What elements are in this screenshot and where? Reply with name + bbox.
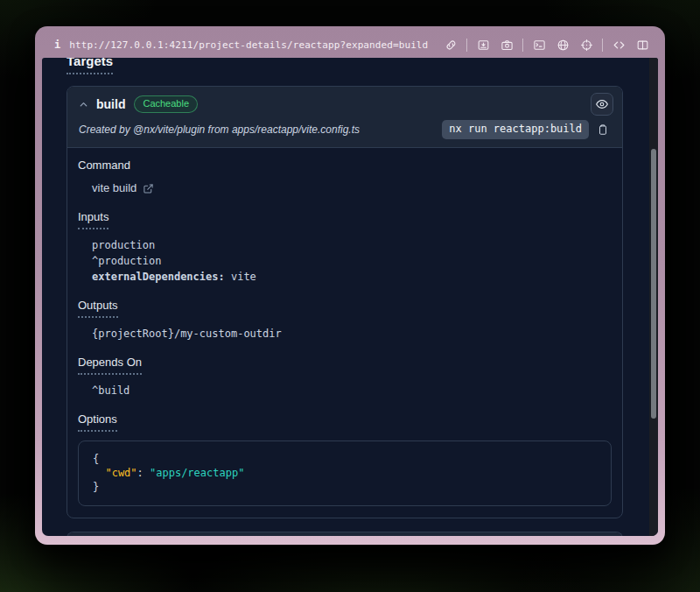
browser-toolbar: i http://127.0.0.1:4211/project-details/…: [42, 32, 658, 58]
code-line: {: [93, 452, 597, 466]
options-code-block: { "cwd": "apps/reactapp" }: [78, 440, 612, 506]
depends-on-item: ^build: [92, 383, 612, 398]
camera-icon[interactable]: [500, 38, 514, 52]
inputs-section-label: Inputs: [78, 210, 108, 229]
external-link-icon[interactable]: [143, 182, 155, 194]
build-header-row[interactable]: build Cacheable: [76, 93, 613, 116]
run-command-chip: nx run reactapp:build: [442, 120, 589, 139]
build-card-body: Command vite build Inputs production ^pr…: [67, 148, 622, 518]
target-card-build: build Cacheable Created by @nx/vite/plug…: [66, 86, 623, 518]
input-item: production: [92, 237, 612, 253]
globe-icon[interactable]: [556, 38, 570, 52]
address-bar[interactable]: http://127.0.0.1:4211/project-details/re…: [69, 39, 428, 51]
link-icon[interactable]: [444, 38, 458, 52]
target-name-build: build: [96, 97, 125, 111]
command-value: vite build: [92, 180, 136, 196]
output-item: {projectRoot}/my-custom-outdir: [92, 326, 612, 342]
targets-heading: Targets: [66, 58, 113, 74]
options-section-label: Options: [78, 412, 117, 432]
json-key: "cwd": [105, 467, 136, 479]
save-box-icon[interactable]: [476, 38, 490, 52]
code-icon[interactable]: [612, 38, 626, 52]
split-view-icon[interactable]: [635, 38, 649, 52]
input-item-external-deps: externalDependencies: vite: [92, 269, 612, 285]
toolbar-divider: [522, 39, 523, 52]
external-deps-value: vite: [225, 271, 256, 283]
target-card-serve: serve vite serve: [66, 532, 623, 536]
toolbar-divider: [466, 39, 467, 52]
info-icon: i: [54, 39, 60, 51]
copy-icon[interactable]: [597, 123, 610, 137]
scrollbar-track[interactable]: [649, 58, 658, 536]
command-value-row: vite build: [92, 180, 612, 196]
terminal-icon[interactable]: [532, 38, 546, 52]
command-section-label: Command: [78, 159, 130, 173]
chevron-up-icon[interactable]: [78, 99, 89, 110]
depends-on-section-label: Depends On: [78, 356, 142, 375]
code-line: "cwd": "apps/reactapp": [93, 466, 597, 480]
build-card-header: build Cacheable Created by @nx/vite/plug…: [67, 87, 622, 148]
json-value: "apps/reactapp": [150, 467, 244, 479]
created-by-text: Created by @nx/vite/plugin from apps/rea…: [79, 123, 360, 136]
outputs-section-label: Outputs: [78, 299, 118, 318]
input-item: ^production: [92, 253, 612, 269]
project-details-content: Targets build Cacheable C: [42, 58, 658, 536]
external-deps-key: externalDependencies:: [92, 271, 225, 283]
view-target-graph-button[interactable]: [591, 93, 613, 116]
code-line: }: [93, 480, 597, 494]
page-viewport: Targets build Cacheable C: [42, 58, 658, 536]
toolbar-divider: [602, 39, 603, 52]
scrollbar-thumb[interactable]: [651, 149, 656, 419]
build-header-subrow: Created by @nx/vite/plugin from apps/rea…: [76, 120, 613, 139]
crosshair-icon[interactable]: [579, 38, 593, 52]
serve-card-header: serve vite serve: [67, 532, 622, 536]
browser-window: i http://127.0.0.1:4211/project-details/…: [35, 26, 665, 545]
cacheable-badge: Cacheable: [134, 95, 198, 113]
json-separator: :: [137, 467, 150, 479]
